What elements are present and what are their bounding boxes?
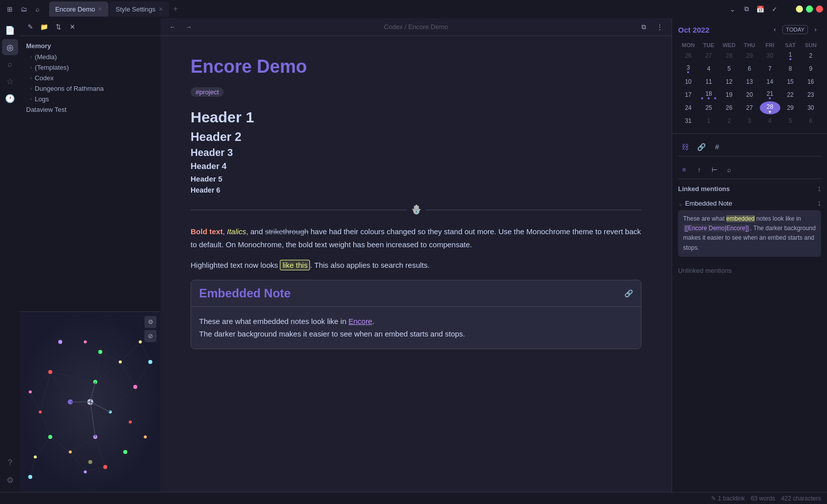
cal-day[interactable]: 27 xyxy=(699,49,719,62)
forward-button[interactable]: → xyxy=(183,21,195,33)
cal-day[interactable]: 24 xyxy=(678,101,699,114)
cal-day[interactable]: 29 xyxy=(739,49,760,62)
cal-day[interactable]: 27 xyxy=(739,101,760,114)
search-icon[interactable]: ⌕ xyxy=(32,4,43,15)
cal-day[interactable]: 1 xyxy=(780,49,801,62)
tag-badge[interactable]: #project xyxy=(191,87,224,97)
layout-icon[interactable]: ⧉ xyxy=(741,4,752,15)
cal-day[interactable]: 28 xyxy=(719,49,739,62)
settings-icon-btn[interactable]: ⚙ xyxy=(2,472,18,488)
graph-canvas[interactable] xyxy=(20,312,160,492)
sidebar-item-dataview[interactable]: Dataview Test xyxy=(20,104,160,115)
help-icon-btn[interactable]: ? xyxy=(2,455,18,471)
cal-day[interactable]: 8 xyxy=(780,62,801,75)
tab-style-settings-close[interactable]: ✕ xyxy=(158,6,163,13)
cal-day[interactable]: 15 xyxy=(780,75,801,88)
cal-day[interactable]: 9 xyxy=(800,62,821,75)
cal-day[interactable]: 12 xyxy=(719,75,739,88)
backlinks-sort-icon[interactable]: ↑ xyxy=(693,163,705,176)
backlinks-tree-icon[interactable]: ⊢ xyxy=(708,163,720,176)
tab-encore-demo-close[interactable]: ✕ xyxy=(98,6,102,13)
cal-day[interactable]: 1 xyxy=(699,114,719,127)
calendar-prev-button[interactable]: ‹ xyxy=(769,24,780,35)
cal-day[interactable]: 26 xyxy=(678,49,699,62)
graph-icon-btn[interactable]: ◎ xyxy=(2,39,18,55)
cal-day[interactable]: 5 xyxy=(719,62,739,75)
cal-day[interactable]: 13 xyxy=(739,75,760,88)
new-tab-button[interactable]: + xyxy=(170,4,181,15)
tab-encore-demo[interactable]: Encore Demo ✕ xyxy=(49,2,108,17)
cal-day[interactable]: 14 xyxy=(760,75,780,88)
cal-day[interactable]: 30 xyxy=(800,101,821,114)
split-view-button[interactable]: ⧉ xyxy=(637,21,649,33)
cal-day[interactable]: 18 xyxy=(699,88,719,101)
cal-day[interactable]: 20 xyxy=(739,88,760,101)
files-icon-btn[interactable]: 📄 xyxy=(2,22,18,38)
chevron-down-icon[interactable]: ⌄ xyxy=(727,4,738,15)
excerpt-link[interactable]: [[Encore Demo|Encore]] xyxy=(683,224,750,232)
cal-day[interactable]: 3 xyxy=(739,114,760,127)
highlighted-text: like this xyxy=(280,260,310,270)
cal-day-today[interactable]: 28 xyxy=(760,101,780,114)
sidebar-item-logs[interactable]: › Logs xyxy=(20,94,160,104)
cal-day[interactable]: 31 xyxy=(678,114,699,127)
sort-icon[interactable]: ⇅ xyxy=(52,21,64,33)
backlinks-tab-link[interactable]: 🔗 xyxy=(694,140,708,154)
embedded-note-link-icon[interactable]: 🔗 xyxy=(624,289,633,297)
cal-day[interactable]: 2 xyxy=(800,49,821,62)
cal-day[interactable]: 19 xyxy=(719,88,739,101)
cal-day[interactable]: 2 xyxy=(719,114,739,127)
grid-icon[interactable]: ⊞ xyxy=(4,4,15,15)
cal-day[interactable]: 7 xyxy=(760,62,780,75)
cal-day[interactable]: 4 xyxy=(760,114,780,127)
starred-icon-btn[interactable]: ☆ xyxy=(2,73,18,89)
cal-day[interactable]: 3 xyxy=(678,62,699,75)
sidebar-item-templates[interactable]: › (Templates) xyxy=(20,62,160,73)
graph-settings-button[interactable]: ⚙ xyxy=(144,316,156,328)
sidebar-item-media[interactable]: › (Media) xyxy=(20,52,160,62)
graph-filter-button[interactable]: ⊘ xyxy=(144,330,156,342)
embedded-note-link[interactable]: Encore xyxy=(349,317,373,325)
minimize-button[interactable] xyxy=(796,6,803,13)
sidebar-memory-header[interactable]: Memory xyxy=(20,40,160,52)
cal-day[interactable]: 17 xyxy=(678,88,699,101)
cal-day[interactable]: 6 xyxy=(800,114,821,127)
folder-icon[interactable]: 🗂 xyxy=(18,4,29,15)
recent-icon-btn[interactable]: 🕐 xyxy=(2,90,18,106)
check-icon[interactable]: ✓ xyxy=(769,4,780,15)
back-button[interactable]: ← xyxy=(167,21,179,33)
cal-day[interactable]: 26 xyxy=(719,101,739,114)
sidebar-item-codex[interactable]: › Codex xyxy=(20,73,160,83)
new-folder-icon[interactable]: 📁 xyxy=(38,21,50,33)
cal-day[interactable]: 16 xyxy=(800,75,821,88)
close-button[interactable] xyxy=(816,6,823,13)
backlinks-tab-hash[interactable]: # xyxy=(710,140,724,154)
calendar-next-button[interactable]: › xyxy=(810,24,821,35)
backlink-group-header[interactable]: ⌄ Embedded Note 1 xyxy=(678,199,821,208)
breadcrumb-codex[interactable]: Codex xyxy=(384,23,403,31)
backlinks-search-icon[interactable]: ⌕ xyxy=(723,163,735,176)
tab-style-settings[interactable]: Style Settings ✕ xyxy=(109,2,169,17)
new-note-icon[interactable]: ✎ xyxy=(24,21,36,33)
cal-day[interactable]: 21 xyxy=(760,88,780,101)
cal-day[interactable]: 22 xyxy=(780,88,801,101)
editor-area[interactable]: Encore Demo #project Header 1 Header 2 H… xyxy=(160,36,672,492)
cal-day[interactable]: 11 xyxy=(699,75,719,88)
calendar-today-button[interactable]: TODAY xyxy=(782,25,808,34)
calendar-icon[interactable]: 📅 xyxy=(755,4,766,15)
cal-day[interactable]: 6 xyxy=(739,62,760,75)
cal-day[interactable]: 30 xyxy=(760,49,780,62)
close-sidebar-icon[interactable]: ✕ xyxy=(66,21,78,33)
maximize-button[interactable] xyxy=(806,6,813,13)
more-options-button[interactable]: ⋮ xyxy=(653,21,666,33)
cal-day[interactable]: 5 xyxy=(780,114,801,127)
sidebar-item-dungeons[interactable]: › Dungeons of Rathmana xyxy=(20,83,160,94)
cal-day[interactable]: 4 xyxy=(699,62,719,75)
cal-day[interactable]: 10 xyxy=(678,75,699,88)
backlinks-tab-chain[interactable]: ⛓ xyxy=(678,140,692,154)
cal-day[interactable]: 25 xyxy=(699,101,719,114)
cal-day[interactable]: 29 xyxy=(780,101,801,114)
search-icon-btn[interactable]: ⌕ xyxy=(2,56,18,72)
cal-day[interactable]: 23 xyxy=(800,88,821,101)
backlinks-list-icon[interactable]: ≡ xyxy=(678,163,690,176)
